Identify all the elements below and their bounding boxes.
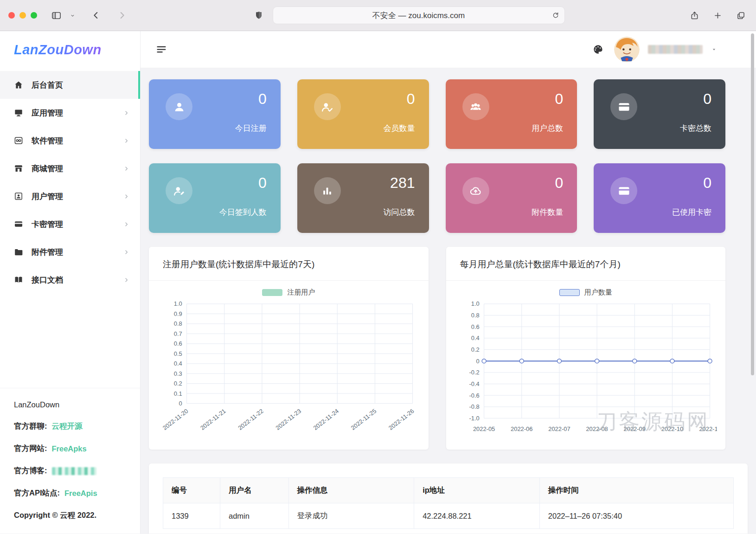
stat-label: 已使用卡密: [672, 207, 711, 218]
footer-row-label: 官方网站:: [14, 444, 47, 454]
sidebar-item-app-management[interactable]: 应用管理: [0, 99, 140, 127]
operation-log-table: 编号 用户名 操作信息 ip地址 操作时间 1339 admin 登录成功 42: [163, 477, 734, 529]
display-icon: [14, 108, 23, 117]
home-icon: [14, 80, 23, 90]
stat-card-today-registrations: 0 今日注册: [149, 79, 281, 149]
theme-palette-icon[interactable]: [590, 42, 606, 57]
cloud-upload-icon: [462, 177, 489, 204]
tab-group-chevron-icon[interactable]: [68, 11, 77, 20]
svg-text:2022-11-26: 2022-11-26: [387, 407, 416, 431]
svg-text:2022-11-25: 2022-11-25: [350, 407, 378, 431]
operation-log-panel: 编号 用户名 操作信息 ip地址 操作时间 1339 admin 登录成功 42: [149, 463, 748, 534]
sidebar-item-attachment-management[interactable]: 附件管理: [0, 238, 140, 266]
stat-card-total-visits: 281 访问总数: [297, 163, 429, 233]
collapse-menu-icon[interactable]: [154, 41, 170, 58]
stat-card-attachment-count: 0 附件数量: [446, 163, 577, 233]
svg-text:2022-07: 2022-07: [548, 425, 570, 432]
cell-time: 2022–11–26 07:35:40: [539, 503, 733, 529]
svg-text:-0.2: -0.2: [469, 369, 479, 376]
svg-text:0.8: 0.8: [471, 312, 479, 319]
user-avatar[interactable]: [614, 37, 640, 62]
main-header: [141, 31, 756, 68]
table-row: 1339 admin 登录成功 42.224.88.221 2022–11–26…: [163, 503, 734, 529]
chevron-right-icon: [123, 221, 130, 228]
sidebar-item-label: 商城管理: [32, 163, 63, 174]
svg-text:2022-11-24: 2022-11-24: [312, 407, 340, 431]
stat-label: 用户总数: [532, 123, 563, 134]
stat-value: 0: [555, 90, 563, 108]
back-button[interactable]: [89, 8, 103, 22]
username-redacted[interactable]: [648, 45, 703, 54]
svg-text:2022-11: 2022-11: [699, 425, 717, 432]
svg-text:2022-11-21: 2022-11-21: [199, 407, 227, 431]
line-chart-monthly-users: -1.0-0.8-0.6-0.4-0.200.20.40.60.81.02022…: [455, 299, 718, 442]
chevron-right-icon: [123, 109, 130, 116]
charts-row: 注册用户数量(统计数据库中最近的7天) 注册用户 00.10.20.30.40.…: [149, 247, 725, 450]
svg-text:0.2: 0.2: [471, 346, 479, 353]
page-scrollbar[interactable]: [751, 33, 754, 375]
credit-card-icon: [610, 177, 637, 204]
sidebar-item-card-key-management[interactable]: 卡密管理: [0, 210, 140, 238]
line-chart-daily-registrations: 00.10.20.30.40.50.60.70.80.91.02022-11-2…: [157, 299, 420, 442]
svg-text:-0.8: -0.8: [469, 403, 479, 410]
new-tab-icon[interactable]: [711, 9, 724, 22]
stat-value: 0: [703, 174, 711, 192]
refresh-icon[interactable]: [551, 11, 560, 19]
sidebar-item-user-management[interactable]: 用户管理: [0, 182, 140, 210]
sidebar-footer-brand: LanZouDown: [14, 400, 126, 409]
svg-text:2022-05: 2022-05: [473, 425, 494, 432]
svg-text:0.4: 0.4: [471, 335, 479, 341]
chart-legend[interactable]: 注册用户: [157, 286, 420, 298]
svg-text:-0.6: -0.6: [469, 392, 479, 399]
sidebar-toggle-icon[interactable]: [49, 8, 64, 23]
sidebar-item-mall-management[interactable]: 商城管理: [0, 154, 140, 182]
credit-card-icon: [14, 219, 23, 229]
sidebar-item-software-management[interactable]: 软件管理: [0, 127, 140, 154]
dashboard-content: 0 今日注册 0 会员数量 0 用户总数 0 卡密总数: [141, 68, 756, 534]
app-logo-text: LanZouDown: [14, 42, 102, 58]
legend-label[interactable]: 注册用户: [287, 288, 315, 297]
chevron-down-icon[interactable]: [711, 46, 717, 52]
table-header-id: 编号: [163, 478, 220, 503]
tab-overview-icon[interactable]: [734, 9, 748, 22]
stat-value: 0: [555, 174, 563, 192]
svg-text:0.6: 0.6: [471, 323, 479, 330]
svg-text:0.6: 0.6: [174, 340, 182, 347]
address-bar[interactable]: 不安全 — zou.koicms.com: [273, 6, 565, 24]
svg-text:1.0: 1.0: [174, 300, 182, 307]
browser-chrome: 不安全 — zou.koicms.com: [0, 0, 756, 31]
sidebar-item-api-docs[interactable]: 接口文档: [0, 266, 140, 294]
person-edit-icon: [166, 177, 192, 204]
sidebar-item-dashboard[interactable]: 后台首页: [0, 71, 140, 99]
store-icon: [14, 164, 23, 173]
legend-swatch[interactable]: [559, 289, 580, 296]
legend-swatch[interactable]: [262, 289, 282, 296]
legend-label[interactable]: 用户数量: [584, 288, 612, 297]
zoom-window-button[interactable]: [31, 12, 37, 19]
stat-label: 访问总数: [384, 207, 415, 218]
official-blog-link-redacted[interactable]: [52, 467, 96, 475]
sidebar-footer: LanZouDown 官方群聊: 云程开源 官方网站: FreeApks 官方博…: [0, 388, 140, 534]
stat-card-total-card-keys: 0 卡密总数: [594, 79, 725, 149]
official-group-link[interactable]: 云程开源: [52, 421, 83, 431]
sidebar-item-label: 接口文档: [32, 275, 63, 285]
close-window-button[interactable]: [8, 12, 15, 19]
svg-text:0.9: 0.9: [174, 310, 182, 317]
id-badge-icon: [14, 192, 23, 201]
svg-text:2022-11-20: 2022-11-20: [161, 407, 190, 431]
official-api-link[interactable]: FreeApis: [64, 489, 97, 498]
privacy-shield-icon[interactable]: [252, 9, 265, 22]
official-site-link[interactable]: FreeApks: [52, 444, 87, 453]
infinity-icon: [14, 136, 23, 145]
minimize-window-button[interactable]: [19, 12, 26, 19]
app-logo[interactable]: LanZouDown: [0, 31, 140, 68]
panel-title: 注册用户数量(统计数据库中最近的7天): [149, 247, 429, 281]
svg-text:0: 0: [179, 400, 182, 407]
chart-panel-daily-registrations: 注册用户数量(统计数据库中最近的7天) 注册用户 00.10.20.30.40.…: [149, 247, 429, 450]
chevron-right-icon: [123, 193, 130, 200]
share-icon[interactable]: [688, 9, 701, 22]
table-header-row: 编号 用户名 操作信息 ip地址 操作时间: [163, 478, 734, 503]
address-bar-text: 不安全 — zou.koicms.com: [372, 10, 465, 21]
forward-button[interactable]: [115, 8, 129, 22]
chart-legend[interactable]: 用户数量: [455, 286, 718, 298]
